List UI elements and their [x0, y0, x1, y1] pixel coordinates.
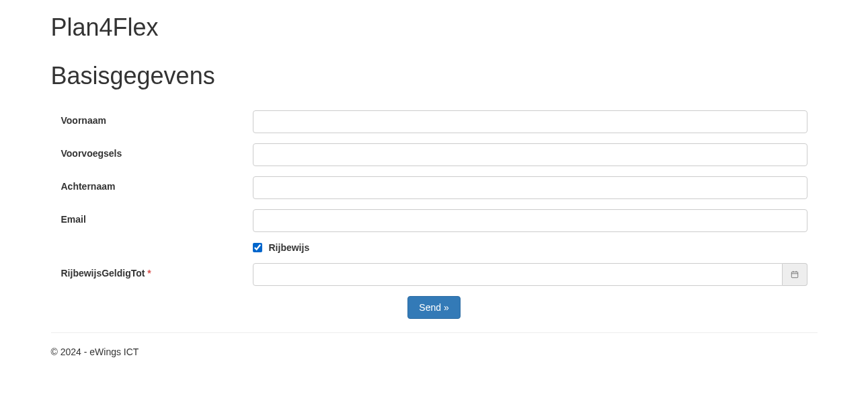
- required-star: *: [147, 268, 151, 279]
- page-title: Plan4Flex: [51, 13, 818, 42]
- email-label: Email: [51, 209, 243, 225]
- calendar-button[interactable]: [783, 263, 807, 286]
- email-input[interactable]: [253, 209, 807, 232]
- voorvoegsels-label: Voorvoegsels: [51, 143, 243, 159]
- divider: [51, 332, 818, 333]
- achternaam-input[interactable]: [253, 176, 807, 199]
- rijbewijsgeldigtot-label: RijbewijsGeldigTot *: [51, 263, 243, 279]
- voorvoegsels-input[interactable]: [253, 143, 807, 166]
- rijbewijs-checkbox[interactable]: [253, 243, 262, 252]
- rijbewijsgeldigtot-input[interactable]: [253, 263, 783, 286]
- send-button[interactable]: Send »: [407, 296, 460, 319]
- achternaam-label: Achternaam: [51, 176, 243, 192]
- footer-text: © 2024 - eWings ICT: [51, 346, 818, 371]
- voornaam-input[interactable]: [253, 110, 807, 133]
- voornaam-label: Voornaam: [51, 110, 243, 126]
- calendar-icon: [791, 270, 799, 279]
- rijbewijs-label: Rijbewijs: [269, 242, 310, 253]
- svg-rect-0: [791, 272, 797, 278]
- section-title: Basisgegevens: [51, 62, 818, 90]
